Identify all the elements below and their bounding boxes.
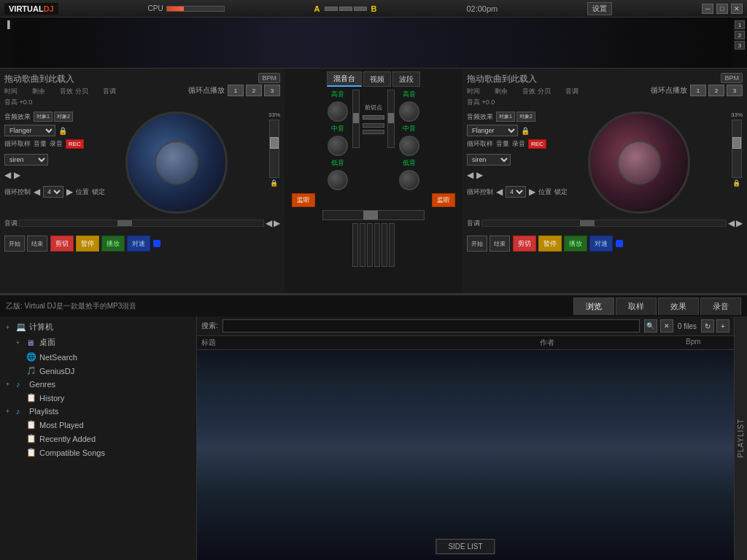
deck-left-speed-btn[interactable]: 对速 (127, 236, 150, 252)
deck-right-prev[interactable]: ◀ (467, 170, 473, 180)
mixer-left-fader-track[interactable] (352, 90, 360, 148)
deck-left-prev[interactable]: ◀ (4, 170, 11, 180)
deck-right-play-btn[interactable]: 播放 (564, 236, 587, 252)
deck-left-target-2[interactable]: 对象2 (54, 112, 73, 122)
deck-right-cut-btn[interactable]: 剪切 (513, 236, 536, 252)
tab-browse[interactable]: 浏览 (573, 298, 614, 315)
deck-right-loop-2[interactable]: 2 (708, 85, 724, 96)
mixer-right-low: 低音 (403, 158, 416, 168)
tree-item-geniusdj[interactable]: 🎵 GeniusDJ (0, 364, 196, 378)
settings-button[interactable]: 设置 (587, 2, 612, 15)
deck-left-tempo-left[interactable]: ◀ (266, 218, 272, 228)
tab-sample[interactable]: 取样 (616, 298, 657, 315)
deck-right-sample-select[interactable]: siren (467, 154, 511, 166)
col-title: 标题 (201, 338, 540, 348)
deck-right-end-btn[interactable]: 结束 (489, 236, 510, 252)
deck-left-rec-btn[interactable]: REC (66, 139, 84, 149)
deck-left-loop-prev[interactable]: ◀ (34, 187, 40, 197)
deck-right-turntable[interactable] (588, 112, 690, 214)
monitor-right-btn[interactable]: 监听 (432, 193, 455, 207)
file-browser-right: 搜索: 🔍 ✕ 0 files ↻ + 标题 作者 Bpm (197, 316, 734, 560)
deck-left-pitch-fader[interactable] (269, 120, 279, 178)
view-add-btn[interactable]: + (716, 319, 729, 332)
crossfader-track[interactable] (322, 210, 425, 220)
track-num-1[interactable]: 1 (735, 20, 745, 29)
side-list-button[interactable]: SIDE LIST (436, 539, 495, 554)
minimize-button[interactable]: ─ (702, 4, 713, 14)
deck-left-end-btn[interactable]: 结束 (27, 236, 47, 252)
deck-right-loop-num[interactable]: 4 (506, 186, 526, 198)
deck-right-pause-btn[interactable]: 暂停 (538, 236, 562, 252)
cf-bar-2 (339, 7, 352, 11)
mixer-right-mid-knob[interactable] (399, 136, 419, 156)
deck-left-fx-select[interactable]: Flanger (4, 125, 55, 136)
track-num-2[interactable]: 2 (735, 31, 745, 39)
deck-left-play-btn[interactable]: 播放 (101, 236, 125, 252)
file-tree: + 💻 计算机 + 🖥 桌面 🌐 NetSearch 🎵 GeniusDJ + (0, 316, 197, 560)
deck-left-next[interactable]: ▶ (14, 170, 20, 180)
compatible-icon: 📋 (26, 448, 36, 457)
search-btn[interactable]: 🔍 (644, 319, 657, 332)
playlist-tab[interactable]: PLAYLIST (734, 316, 747, 560)
tree-item-computer[interactable]: + 💻 计算机 (0, 319, 196, 335)
view-refresh-btn[interactable]: ↻ (701, 319, 714, 332)
mixer-right-fader-track[interactable] (387, 90, 395, 148)
mixer-left-low-knob[interactable] (328, 170, 348, 190)
deck-right-speed-btn[interactable]: 对速 (589, 236, 613, 252)
deck-right-loop-next[interactable]: ▶ (529, 187, 535, 197)
search-input[interactable] (222, 319, 640, 332)
deck-left-sample-select[interactable]: siren (4, 154, 48, 166)
track-num-3[interactable]: 3 (735, 41, 745, 50)
deck-right-begin-btn[interactable]: 开始 (467, 236, 487, 252)
deck-left-target-1[interactable]: 对象1 (34, 112, 53, 122)
monitor-left-btn[interactable]: 监听 (292, 193, 315, 207)
tab-effects[interactable]: 效果 (658, 298, 699, 315)
deck-right-loop-3[interactable]: 3 (727, 85, 743, 96)
tree-item-genres[interactable]: + ♪ Genres (0, 378, 196, 391)
deck-left-turntable[interactable] (125, 112, 228, 214)
deck-right-target-1[interactable]: 对象1 (496, 112, 515, 122)
deck-right-loop-1[interactable]: 1 (690, 85, 706, 96)
tree-item-history[interactable]: 📋 History (0, 391, 196, 405)
deck-right-tempo-left[interactable]: ◀ (728, 218, 735, 228)
deck-left-pause-btn[interactable]: 暂停 (76, 236, 99, 252)
mixer-right-low-knob[interactable] (399, 170, 419, 190)
deck-right-loop-prev[interactable]: ◀ (496, 187, 503, 197)
tree-item-playlists[interactable]: + ♪ Playlists (0, 405, 196, 418)
deck-left-tune-label: 音调 (4, 219, 18, 228)
tree-expand-computer: + (6, 324, 13, 331)
deck-left-loop-num[interactable]: 4 (43, 186, 63, 198)
deck-right-next[interactable]: ▶ (476, 170, 483, 180)
deck-right-rec-btn[interactable]: REC (528, 139, 546, 149)
deck-right-loop-btns: 1 2 3 (690, 85, 743, 96)
deck-left-cut-btn[interactable]: 剪切 (50, 236, 74, 252)
deck-right-pitch-fader[interactable] (732, 120, 742, 178)
mixer-vu-1 (363, 115, 384, 120)
deck-right-target-2[interactable]: 对象2 (516, 112, 535, 122)
maximize-button[interactable]: □ (716, 4, 728, 14)
mixer-tab-video[interactable]: 视频 (363, 71, 391, 87)
deck-right-tempo-right[interactable]: ▶ (736, 218, 743, 228)
tree-item-recently-added[interactable]: 📋 Recently Added (0, 432, 196, 446)
mixer-left-high-knob[interactable] (328, 101, 348, 122)
tree-item-most-played[interactable]: 📋 Most Played (0, 418, 196, 432)
mixer-tab-main[interactable]: 混音台 (327, 71, 362, 87)
tab-record[interactable]: 录音 (700, 298, 741, 315)
tree-item-desktop[interactable]: + 🖥 桌面 (0, 335, 196, 350)
mixer-right-fader-handle (388, 113, 394, 123)
deck-right-fx-select[interactable]: Flanger (467, 125, 518, 136)
deck-left-loop-2[interactable]: 2 (246, 85, 262, 96)
file-bg (197, 336, 734, 560)
clear-search-btn[interactable]: ✕ (660, 319, 673, 332)
deck-left-loop-next[interactable]: ▶ (66, 187, 73, 197)
deck-left-begin-btn[interactable]: 开始 (4, 236, 25, 252)
mixer-right-high-knob[interactable] (399, 101, 419, 122)
deck-left-tempo-right[interactable]: ▶ (274, 218, 280, 228)
deck-left-loop-3[interactable]: 3 (264, 85, 280, 96)
mixer-tab-wave[interactable]: 波段 (392, 71, 420, 87)
tree-item-netsearch[interactable]: 🌐 NetSearch (0, 350, 196, 364)
mixer-left-mid-knob[interactable] (328, 136, 348, 156)
tree-item-compatible-songs[interactable]: 📋 Compatible Songs (0, 446, 196, 459)
close-button[interactable]: ✕ (731, 4, 743, 14)
deck-left-loop-1[interactable]: 1 (228, 85, 244, 96)
